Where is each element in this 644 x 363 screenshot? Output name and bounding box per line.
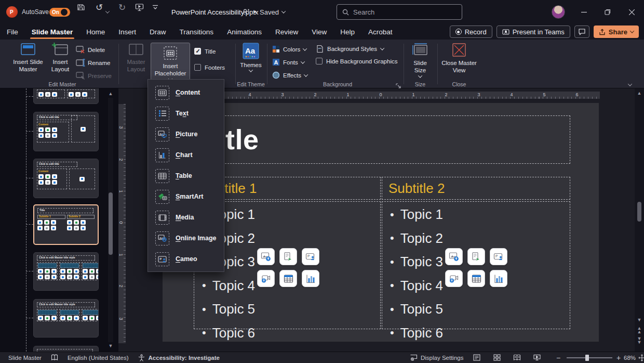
insert-video-icon[interactable] [257, 270, 275, 287]
fit-to-window-icon[interactable] [634, 352, 644, 363]
quick-access-options-icon[interactable] [149, 0, 162, 15]
close-master-view-button[interactable]: Close Master View [441, 43, 477, 74]
insert-table-icon[interactable] [279, 270, 297, 287]
insert-cameo-icon[interactable]: P [302, 248, 319, 265]
insert-layout-button[interactable]: Insert Layout [48, 43, 73, 73]
zoom-slider[interactable] [562, 352, 617, 363]
collapse-ribbon-icon[interactable] [628, 79, 632, 88]
menu-item-online-image[interactable]: Online Image [148, 228, 224, 249]
autosave-toggle[interactable]: On [49, 0, 70, 24]
master-layout-button[interactable]: Master Layout [123, 43, 150, 73]
effects-button[interactable]: Effects [272, 71, 307, 79]
insert-chart-icon[interactable] [302, 270, 319, 287]
tab-insert[interactable]: Insert [112, 24, 143, 40]
tab-review[interactable]: Review [269, 24, 305, 40]
tab-animations[interactable]: Animations [220, 24, 269, 40]
insert-smartart-icon[interactable] [467, 248, 485, 265]
saved-status[interactable]: Saved [260, 0, 285, 24]
tab-transitions[interactable]: Transitions [173, 24, 221, 40]
insert-stock-image-icon[interactable] [445, 248, 463, 265]
fonts-button[interactable]: A Fonts [272, 58, 304, 66]
menu-item-smartart[interactable]: SmartArt [148, 186, 224, 207]
menu-item-cameo[interactable]: P Cameo [148, 249, 224, 269]
menu-item-media[interactable]: Media [148, 207, 224, 228]
search-input[interactable]: Search [337, 4, 462, 20]
subtitle-2-placeholder[interactable]: Subtitle 2 [382, 177, 570, 200]
insert-chart-icon[interactable] [490, 270, 507, 287]
title-checkbox[interactable]: Title [194, 48, 216, 55]
thumbnail-layout-5[interactable]: Click to edit Master title style [33, 299, 99, 338]
accessibility-status[interactable]: Accessibility: Investigate [133, 352, 224, 363]
share-button[interactable]: Share [594, 25, 639, 38]
slide[interactable]: Title Subtitle 1 Subtitle 2 Topic 1 Topi… [163, 103, 599, 342]
menu-item-picture[interactable]: Picture [148, 124, 224, 145]
present-in-teams-button[interactable]: Present in Teams [497, 25, 570, 38]
menu-item-chart[interactable]: Chart [148, 145, 224, 165]
reading-view-icon[interactable] [508, 352, 526, 363]
footers-checkbox[interactable]: Footers [194, 64, 225, 71]
powerpoint-logo-icon[interactable]: P [6, 0, 18, 24]
save-icon[interactable] [74, 0, 88, 15]
thumbnail-scroll-up-icon[interactable]: ▲ [108, 91, 114, 96]
minimize-button[interactable] [572, 0, 595, 24]
colors-button[interactable]: Colors [272, 45, 306, 53]
slideshow-icon[interactable] [132, 0, 146, 15]
thumbnail-layout-6[interactable] [33, 346, 99, 352]
title-placeholder[interactable]: Title [194, 115, 570, 164]
tab-file[interactable]: File [0, 24, 25, 40]
insert-cameo-icon[interactable]: P [490, 248, 507, 265]
insert-stock-image-icon[interactable] [257, 248, 275, 265]
language-indicator[interactable]: English (United States) [63, 352, 133, 363]
slide-size-button[interactable]: Slide Size [407, 43, 433, 78]
canvas-scroll-down-icon[interactable]: ▼ [635, 317, 644, 322]
display-settings-button[interactable]: Display Settings [405, 352, 468, 363]
themes-button[interactable]: Aa Themes [238, 43, 264, 72]
rename-button[interactable]: Rename [76, 59, 110, 67]
canvas-scroll-up-icon[interactable]: ▲ [635, 90, 644, 96]
canvas-scrollbar[interactable]: ▲ ▼ ▲▲ ▼▼ [635, 88, 644, 352]
thumbnail-scrollbar-thumb[interactable] [109, 192, 113, 255]
tab-acrobat[interactable]: Acrobat [361, 24, 399, 40]
menu-item-content[interactable]: Content [148, 82, 224, 103]
previous-slide-icon[interactable]: ▲▲ [635, 327, 644, 334]
undo-dropdown-icon[interactable] [106, 0, 109, 24]
view-indicator[interactable]: Slide Master [0, 352, 46, 363]
comments-button[interactable] [574, 25, 589, 38]
zoom-slider-thumb[interactable] [585, 355, 589, 361]
menu-item-table[interactable]: Table [148, 165, 224, 186]
canvas-scrollbar-thumb[interactable] [637, 202, 641, 222]
record-button[interactable]: Record [450, 25, 492, 38]
user-avatar[interactable] [552, 5, 565, 19]
thumbnail-scroll-down-icon[interactable]: ▼ [108, 343, 114, 348]
undo-icon[interactable]: ↺ [92, 0, 106, 15]
next-slide-icon[interactable]: ▼▼ [635, 337, 644, 344]
tab-draw[interactable]: Draw [143, 24, 173, 40]
delete-button[interactable]: Delete [76, 46, 105, 54]
insert-table-icon[interactable] [467, 270, 485, 287]
hide-background-graphics-checkbox[interactable]: Hide Background Graphics [316, 58, 397, 64]
normal-view-icon[interactable] [468, 352, 485, 363]
thumbnail-layout-4[interactable]: Click to edit Master title style [33, 252, 99, 291]
thumbnail-layout-3-selected[interactable]: Title Subtitle 1 Subtitle 2 [33, 204, 99, 245]
tab-home[interactable]: Home [79, 24, 112, 40]
slide-sorter-view-icon[interactable] [489, 352, 505, 363]
insert-placeholder-button[interactable]: Insert Placeholder [151, 43, 190, 82]
coauthor-icon[interactable] [242, 0, 250, 24]
insert-video-icon[interactable] [445, 270, 463, 287]
close-button[interactable] [620, 0, 643, 24]
slideshow-view-icon[interactable] [529, 352, 545, 363]
thumbnail-layout-0[interactable] [33, 88, 99, 104]
thumbnail-layout-1[interactable]: Click to edit title Content [33, 112, 99, 151]
restore-button[interactable] [596, 0, 619, 24]
preserve-button[interactable]: Preserve [76, 72, 112, 80]
spellcheck-icon[interactable] [46, 352, 63, 363]
insert-smartart-icon[interactable] [279, 248, 297, 265]
tab-view[interactable]: View [305, 24, 333, 40]
tab-slide-master[interactable]: Slide Master [25, 24, 80, 40]
tab-help[interactable]: Help [333, 24, 361, 40]
insert-slide-master-button[interactable]: Insert Slide Master [9, 43, 47, 73]
thumbnail-layout-2[interactable]: Click to edit title Content [33, 159, 99, 198]
menu-item-text[interactable]: Text [148, 103, 224, 124]
redo-icon[interactable]: ↻ [115, 0, 129, 15]
background-styles-button[interactable]: Background Styles [316, 45, 384, 53]
